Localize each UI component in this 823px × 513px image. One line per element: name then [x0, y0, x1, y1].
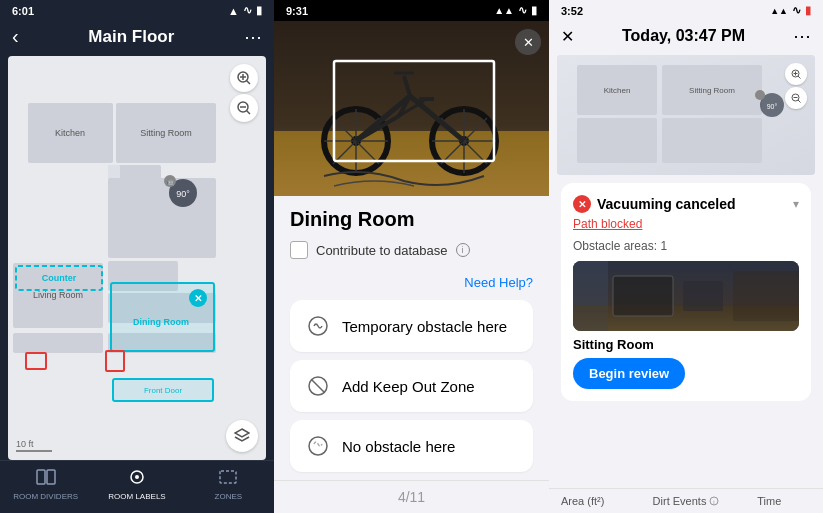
bottom-nav-panel1: ROOM DIVIDERS ROOM LABELS ZONES — [0, 460, 274, 513]
dirt-events-info-icon: i — [709, 496, 719, 506]
svg-rect-41 — [274, 131, 549, 196]
battery-icon-p3: ▮ — [805, 4, 811, 17]
mini-map-svg: Kitchen Sitting Room 90° — [557, 55, 815, 175]
page-title-panel3: Today, 03:47 PM — [574, 27, 793, 45]
scale-indicator: 10 ft — [16, 439, 52, 452]
panel-obstacle-detection: 9:31 ▲▲ ∿ ▮ — [274, 0, 549, 513]
option-no-obstacle-label: No obstacle here — [342, 438, 455, 455]
layers-button[interactable] — [226, 420, 258, 452]
svg-text:✕: ✕ — [194, 293, 202, 304]
option-keep-out-label: Add Keep Out Zone — [342, 378, 475, 395]
option-no-obstacle[interactable]: No obstacle here — [290, 420, 533, 472]
sitting-room-label: Sitting Room — [573, 337, 799, 352]
svg-text:Living Room: Living Room — [33, 290, 83, 300]
contribute-checkbox[interactable] — [290, 241, 308, 259]
header-panel3: ✕ Today, 03:47 PM ⋯ — [549, 21, 823, 55]
panel-vacuuming-canceled: 3:52 ▲▲ ∿ ▮ ✕ Today, 03:47 PM ⋯ Kitchen — [549, 0, 823, 513]
menu-button-panel1[interactable]: ⋯ — [244, 26, 262, 48]
alert-card: ✕ Vacuuming canceled ▾ Path blocked Obst… — [561, 183, 811, 401]
mini-map-panel3[interactable]: Kitchen Sitting Room 90° — [557, 55, 815, 175]
panel3-content: ✕ Vacuuming canceled ▾ Path blocked Obst… — [549, 175, 823, 488]
close-icon: ✕ — [523, 35, 534, 50]
zoom-out-button[interactable] — [230, 94, 258, 122]
svg-text:i: i — [714, 499, 715, 505]
zoom-in-button[interactable] — [230, 64, 258, 92]
svg-rect-8 — [13, 333, 103, 353]
svg-rect-17 — [106, 351, 124, 371]
signal-icon-p3: ▲▲ — [770, 6, 788, 16]
time-panel1: 6:01 — [12, 5, 34, 17]
back-button[interactable]: ‹ — [12, 25, 19, 48]
begin-review-button[interactable]: Begin review — [573, 358, 685, 389]
zoom-out-p3[interactable] — [785, 87, 807, 109]
alert-title-row: ✕ Vacuuming canceled — [573, 195, 736, 213]
zones-icon — [218, 469, 238, 489]
chevron-down-icon[interactable]: ▾ — [793, 197, 799, 211]
col-time: Time — [728, 495, 811, 507]
room-labels-icon — [127, 469, 147, 489]
path-blocked-link[interactable]: Path blocked — [573, 217, 799, 231]
scale-text: 10 ft — [16, 439, 34, 449]
keep-out-icon — [306, 374, 330, 398]
temporary-obstacle-icon — [306, 314, 330, 338]
svg-rect-88 — [683, 281, 723, 311]
alert-header: ✕ Vacuuming canceled ▾ — [573, 195, 799, 213]
battery-icon-p2: ▮ — [531, 4, 537, 17]
svg-text:Counter: Counter — [42, 273, 77, 283]
page-title-panel1: Main Floor — [19, 27, 244, 47]
mini-map-zoom — [785, 63, 807, 109]
obstacle-thumbnail — [573, 261, 799, 331]
svg-text:Dining Room: Dining Room — [133, 317, 189, 327]
info-icon[interactable]: i — [456, 243, 470, 257]
svg-rect-36 — [47, 470, 55, 484]
option-temporary-obstacle[interactable]: Temporary obstacle here — [290, 300, 533, 352]
header-panel1: ‹ Main Floor ⋯ — [0, 21, 274, 56]
svg-text:90°: 90° — [767, 103, 778, 110]
svg-rect-16 — [26, 353, 46, 369]
nav-room-dividers[interactable]: ROOM DIVIDERS — [0, 461, 91, 513]
svg-text:Front Door: Front Door — [144, 386, 183, 395]
svg-rect-72 — [577, 118, 657, 163]
status-bar-panel3: 3:52 ▲▲ ∿ ▮ — [549, 0, 823, 21]
option-temporary-label: Temporary obstacle here — [342, 318, 507, 335]
col-dirt-events: Dirt Events i — [644, 495, 727, 507]
svg-line-65 — [312, 380, 324, 392]
camera-image — [274, 21, 549, 196]
svg-point-76 — [755, 90, 765, 100]
scale-bar — [16, 450, 52, 452]
nav-room-labels[interactable]: ROOM LABELS — [91, 461, 182, 513]
wifi-icon-p2: ∿ — [518, 4, 527, 17]
panel-main-floor: 6:01 ▲ ∿ ▮ ‹ Main Floor ⋯ — [0, 0, 274, 513]
room-name-panel2: Dining Room — [290, 208, 533, 231]
svg-text:Kitchen: Kitchen — [604, 86, 631, 95]
nav-zones[interactable]: ZONES — [183, 461, 274, 513]
nav-room-labels-label: ROOM LABELS — [108, 492, 165, 501]
map-zoom-controls — [230, 64, 258, 122]
alert-icon: ✕ — [573, 195, 591, 213]
svg-text:Sitting Room: Sitting Room — [140, 128, 192, 138]
obstacle-thumb-svg — [573, 261, 799, 331]
menu-button-panel3[interactable]: ⋯ — [793, 25, 811, 47]
close-camera-button[interactable]: ✕ — [515, 29, 541, 55]
svg-line-82 — [798, 100, 801, 103]
map-area-panel1[interactable]: Counter ✕ Dining Room Front Door Kitchen… — [8, 56, 266, 460]
need-help-button[interactable]: Need Help? — [290, 275, 533, 290]
zoom-in-p3[interactable] — [785, 63, 807, 85]
no-obstacle-icon — [306, 434, 330, 458]
nav-room-dividers-label: ROOM DIVIDERS — [13, 492, 78, 501]
option-keep-out-zone[interactable]: Add Keep Out Zone — [290, 360, 533, 412]
status-icons-panel2: ▲▲ ∿ ▮ — [494, 4, 537, 17]
camera-scene-svg — [274, 21, 549, 196]
close-button-panel3[interactable]: ✕ — [561, 27, 574, 46]
svg-marker-34 — [235, 429, 249, 437]
svg-rect-5 — [108, 178, 216, 258]
table-header-panel3: Area (ft²) Dirt Events i Time — [549, 488, 823, 513]
svg-line-28 — [247, 81, 251, 85]
contribute-label: Contribute to database — [316, 243, 448, 258]
battery-icon: ▮ — [256, 4, 262, 17]
svg-rect-39 — [220, 471, 236, 483]
status-bar-panel2: 9:31 ▲▲ ∿ ▮ — [274, 0, 549, 21]
svg-text:Sitting Room: Sitting Room — [689, 86, 735, 95]
floor-map-svg: Counter ✕ Dining Room Front Door Kitchen… — [8, 56, 266, 460]
wifi-icon-p3: ∿ — [792, 4, 801, 17]
